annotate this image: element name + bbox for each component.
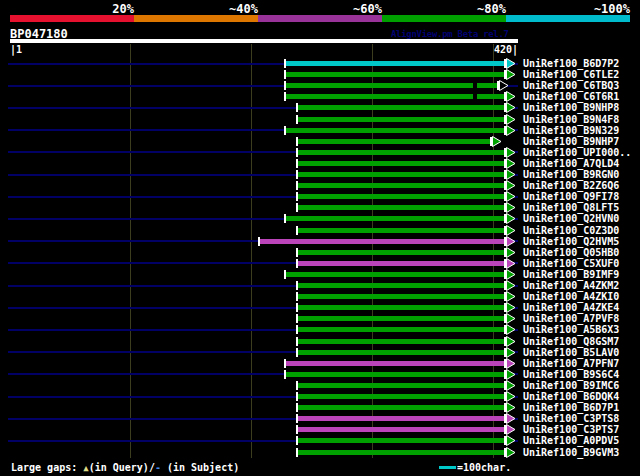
- hit-label[interactable]: UniRef100_A7PVF8: [523, 313, 619, 324]
- gap-marker: [473, 83, 477, 88]
- alignment-row: UniRef100_C6TBQ3: [0, 80, 640, 91]
- hit-bar[interactable]: [297, 405, 504, 410]
- hit-bar[interactable]: [297, 250, 504, 255]
- hit-bar[interactable]: [285, 94, 504, 99]
- large-gaps-legend: Large gaps: ▲(in Query)/- (in Subject): [11, 461, 239, 474]
- hit-bar[interactable]: [297, 294, 504, 299]
- hit-bar[interactable]: [285, 216, 504, 221]
- hit-bar[interactable]: [297, 383, 504, 388]
- hit-label[interactable]: UniRef100_B9GVM3: [523, 447, 619, 458]
- hit-bar[interactable]: [285, 128, 504, 133]
- hit-label[interactable]: UniRef100_B6D7P2: [523, 58, 619, 69]
- hit-label[interactable]: UniRef100_B9NHP8: [523, 102, 619, 113]
- hit-label[interactable]: UniRef100_A7PFN7: [523, 358, 619, 369]
- alignment-start-tick: [296, 159, 298, 168]
- hit-label[interactable]: UniRef100_Q9FI78: [523, 191, 619, 202]
- hit-bar[interactable]: [285, 61, 504, 66]
- hit-bar[interactable]: [297, 427, 504, 432]
- hit-label[interactable]: UniRef100_C6TBQ3: [523, 80, 619, 91]
- alignment-row: UniRef100_Q8GSM7: [0, 336, 640, 347]
- alignment-start-tick: [296, 414, 298, 423]
- hit-bar[interactable]: [285, 361, 504, 366]
- hit-bar[interactable]: [297, 194, 504, 199]
- hit-bar[interactable]: [297, 183, 504, 188]
- scale-label: =100char.: [457, 462, 511, 473]
- alignment-start-tick: [296, 248, 298, 257]
- hit-bar[interactable]: [297, 139, 490, 144]
- hit-bar[interactable]: [297, 205, 504, 210]
- hit-arrow-icon: [506, 447, 517, 458]
- hit-label[interactable]: UniRef100_UPI000..: [523, 147, 631, 158]
- hit-label[interactable]: UniRef100_B9RGN0: [523, 169, 619, 180]
- hit-label[interactable]: UniRef100_A4ZKE4: [523, 302, 619, 313]
- hit-bar[interactable]: [297, 305, 504, 310]
- alignment-start-tick: [296, 403, 298, 412]
- hit-bar[interactable]: [285, 372, 504, 377]
- hit-bar[interactable]: [297, 283, 504, 288]
- hit-label[interactable]: UniRef100_B5LAV0: [523, 347, 619, 358]
- hit-bar[interactable]: [285, 72, 504, 77]
- alignment-row: UniRef100_A4ZKI0: [0, 291, 640, 302]
- hit-label[interactable]: UniRef100_B9S6C4: [523, 369, 619, 380]
- hit-arrow-icon: [506, 435, 517, 446]
- hit-bar[interactable]: [297, 117, 504, 122]
- hit-arrow-icon: [506, 236, 517, 247]
- hit-label[interactable]: UniRef100_A0PDV5: [523, 435, 619, 446]
- hit-label[interactable]: UniRef100_B9IMF9: [523, 269, 619, 280]
- hit-label[interactable]: UniRef100_B9NHP7: [523, 136, 619, 147]
- hit-label[interactable]: UniRef100_C3PTS8: [523, 413, 619, 424]
- hit-label[interactable]: UniRef100_C6T6R1: [523, 91, 619, 102]
- hit-label[interactable]: UniRef100_B6D7P1: [523, 402, 619, 413]
- alignment-start-tick: [284, 92, 286, 101]
- hit-bar[interactable]: [297, 350, 504, 355]
- hit-arrow-icon: [506, 213, 517, 224]
- hit-label[interactable]: UniRef100_A4ZKI0: [523, 291, 619, 302]
- hit-arrow-icon: [506, 369, 517, 380]
- hit-bar[interactable]: [297, 161, 504, 166]
- hit-label[interactable]: UniRef100_B2Z6Q6: [523, 180, 619, 191]
- hit-label[interactable]: UniRef100_B6DQK4: [523, 391, 619, 402]
- hit-arrow-icon: [506, 147, 517, 158]
- alignment-row: UniRef100_C6T6R1: [0, 91, 640, 102]
- hit-label[interactable]: UniRef100_B9IMC6: [523, 380, 619, 391]
- hit-label[interactable]: UniRef100_B9N329: [523, 125, 619, 136]
- hit-bar[interactable]: [297, 228, 504, 233]
- alignment-row: UniRef100_B9S6C4: [0, 369, 640, 380]
- hit-arrow-icon: [506, 69, 517, 80]
- hit-bar[interactable]: [297, 316, 504, 321]
- hit-bar[interactable]: [297, 261, 504, 266]
- hit-bar[interactable]: [297, 450, 504, 455]
- hit-bar[interactable]: [297, 105, 504, 110]
- hit-bar[interactable]: [285, 83, 497, 88]
- alignment-start-tick: [296, 392, 298, 401]
- alignment-start-tick: [296, 226, 298, 235]
- hit-label[interactable]: UniRef100_C0Z3D0: [523, 225, 619, 236]
- hit-bar[interactable]: [259, 239, 504, 244]
- hit-label[interactable]: UniRef100_Q2HVM5: [523, 236, 619, 247]
- hit-bar[interactable]: [285, 272, 504, 277]
- hit-bar[interactable]: [297, 172, 504, 177]
- hit-label[interactable]: UniRef100_Q05HB0: [523, 247, 619, 258]
- hit-label[interactable]: UniRef100_Q2HVN0: [523, 213, 619, 224]
- hit-label[interactable]: UniRef100_C3PTS7: [523, 424, 619, 435]
- hit-bar[interactable]: [297, 438, 504, 443]
- hit-label[interactable]: UniRef100_Q8LFT5: [523, 202, 619, 213]
- legend-mid: (in Query)/: [89, 462, 155, 473]
- alignment-row: UniRef100_C5XUF0: [0, 258, 640, 269]
- hit-label[interactable]: UniRef100_A7QLD4: [523, 158, 619, 169]
- hit-label[interactable]: UniRef100_A4ZKM2: [523, 280, 619, 291]
- alignment-start-tick: [284, 370, 286, 379]
- hit-label[interactable]: UniRef100_C5XUF0: [523, 258, 619, 269]
- hit-bar[interactable]: [297, 150, 504, 155]
- hit-bar[interactable]: [297, 327, 504, 332]
- alignment-start-tick: [296, 292, 298, 301]
- hit-arrow-icon: [506, 336, 517, 347]
- hit-label[interactable]: UniRef100_C6TLE2: [523, 69, 619, 80]
- hit-label[interactable]: UniRef100_Q8GSM7: [523, 336, 619, 347]
- hit-bar[interactable]: [297, 339, 504, 344]
- hit-bar[interactable]: [297, 394, 504, 399]
- hit-arrow-icon: [506, 413, 517, 424]
- hit-bar[interactable]: [297, 416, 504, 421]
- hit-label[interactable]: UniRef100_A5B6X3: [523, 324, 619, 335]
- hit-label[interactable]: UniRef100_B9N4F8: [523, 114, 619, 125]
